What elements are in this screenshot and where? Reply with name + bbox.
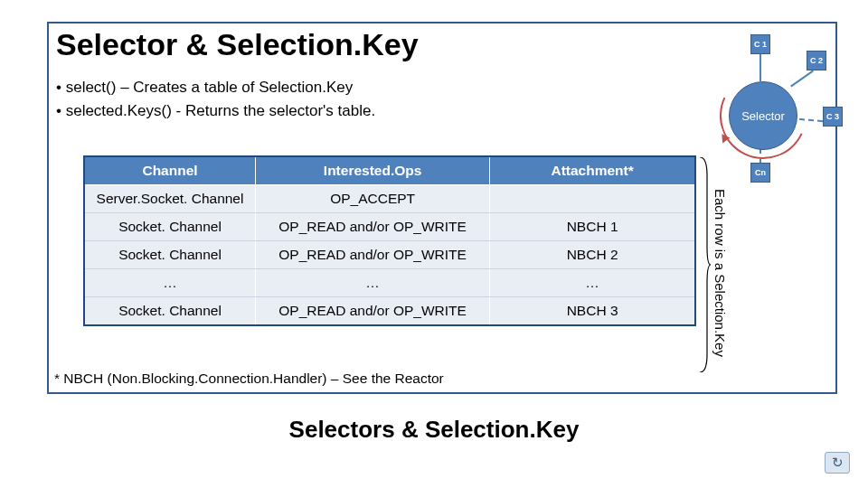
slide-title: Selector & Selection.Key: [56, 27, 419, 62]
refresh-icon[interactable]: ↻: [825, 452, 850, 474]
bullet-list: select() – Creates a table of Selection.…: [56, 76, 375, 124]
col-header-ops: Interested.Ops: [256, 156, 490, 185]
cell-attach: [490, 185, 695, 213]
channel-node-c2: C 2: [807, 51, 826, 70]
side-label: Each row is a Selection.Key: [712, 164, 728, 381]
page-title: Selectors & Selection.Key: [0, 416, 868, 444]
cell-ops: OP_READ and/or OP_WRITE: [256, 241, 490, 269]
cell-attach: …: [490, 269, 695, 297]
cell-channel: Socket. Channel: [84, 297, 256, 326]
cell-channel: …: [84, 269, 256, 297]
bullet-item: select() – Creates a table of Selection.…: [56, 76, 375, 99]
cell-channel: Socket. Channel: [84, 241, 256, 269]
col-header-attach: Attachment*: [490, 156, 695, 185]
table-row: … … …: [84, 269, 695, 297]
cell-ops: OP_READ and/or OP_WRITE: [256, 297, 490, 326]
footnote: * NBCH (Non.Blocking.Connection.Handler)…: [54, 371, 444, 387]
cell-attach: NBCH 1: [490, 213, 695, 241]
selector-node: Selector: [729, 81, 797, 150]
cell-channel: Socket. Channel: [84, 213, 256, 241]
cell-ops: OP_ACCEPT: [256, 185, 490, 213]
col-header-channel: Channel: [84, 156, 256, 185]
table-row: Socket. Channel OP_READ and/or OP_WRITE …: [84, 297, 695, 326]
selection-key-table: Channel Interested.Ops Attachment* Serve…: [83, 155, 696, 326]
cell-ops: …: [256, 269, 490, 297]
channel-node-c3: C 3: [823, 107, 843, 127]
cell-channel: Server.Socket. Channel: [84, 185, 256, 213]
refresh-glyph: ↻: [832, 455, 844, 471]
table-row: Server.Socket. Channel OP_ACCEPT: [84, 185, 695, 213]
cell-attach: NBCH 2: [490, 241, 695, 269]
selector-diagram: Selector C 1 C 2 C 3 Cn: [714, 72, 823, 181]
bullet-item: selected.Keys() - Returns the selector's…: [56, 99, 375, 123]
table-row: Socket. Channel OP_READ and/or OP_WRITE …: [84, 213, 695, 241]
cell-attach: NBCH 3: [490, 297, 695, 326]
table-row: Socket. Channel OP_READ and/or OP_WRITE …: [84, 241, 695, 269]
channel-node-cn: Cn: [750, 163, 770, 183]
curly-brace-icon: [698, 157, 711, 372]
channel-node-c1: C 1: [750, 34, 770, 54]
cell-ops: OP_READ and/or OP_WRITE: [256, 213, 490, 241]
